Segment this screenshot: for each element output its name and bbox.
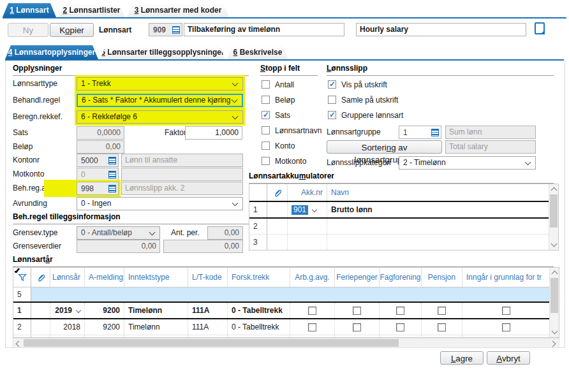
- lonnsart-code-field[interactable]: 909: [149, 23, 182, 36]
- tab-beskrivelse[interactable]: 6 Beskrivelse: [227, 45, 288, 59]
- chevron-down-icon: [232, 200, 239, 206]
- feriepenger-checkbox[interactable]: [353, 323, 361, 331]
- konto-checkbox[interactable]: [262, 142, 270, 150]
- beregn-rekkef-value: 6 - Rekkefølge 6: [81, 112, 137, 121]
- pensjon-checkbox[interactable]: [438, 307, 446, 315]
- tab-lonnsartopplysninger[interactable]: 4 Lønnsartopplysninger: [5, 45, 98, 59]
- tab-lonnsartlister[interactable]: 2 Lønnsartlister: [58, 3, 125, 17]
- list-lookup-icon[interactable]: [108, 185, 116, 192]
- vis-pa-utskrift-checkbox[interactable]: [328, 80, 336, 89]
- column-header: Fagforening: [380, 268, 422, 287]
- feriepenger-checkbox[interactable]: [353, 307, 361, 315]
- akkumulator-row[interactable]: 1 901 Brutto lønn: [249, 201, 558, 219]
- grensev-type-label: Grensev.type: [13, 228, 57, 237]
- beregn-rekkef-select[interactable]: 6 - Rekkefølge 6: [77, 110, 243, 124]
- tab-tilleggsopplysninger[interactable]: 5 Lønnsarter tilleggsopplysninger: [100, 45, 225, 59]
- scrollbar-thumb[interactable]: [24, 339, 399, 347]
- motkonto-field[interactable]: 0: [77, 168, 119, 181]
- scroll-up-icon[interactable]: [551, 187, 558, 194]
- kontonr-field[interactable]: 5000: [77, 154, 119, 167]
- faktor-field[interactable]: 1,0000: [185, 126, 242, 140]
- chevron-down-icon: [76, 308, 81, 313]
- antall-checkbox[interactable]: [262, 80, 270, 89]
- akkumulator-row[interactable]: 3: [249, 235, 558, 250]
- list-lookup-icon[interactable]: [108, 157, 116, 164]
- pensjon-checkbox[interactable]: [438, 323, 446, 331]
- lonnsartaar-vertical-scrollbar[interactable]: [549, 268, 559, 337]
- grenseverdi-2-field[interactable]: 0,00: [163, 240, 243, 253]
- ant-per-label: Ant. per.: [171, 228, 200, 237]
- new-button[interactable]: Ny: [8, 23, 48, 37]
- akkumulatorer-vertical-scrollbar[interactable]: [549, 184, 558, 250]
- akknr-column-header: Akk.nr: [288, 184, 327, 201]
- lonnsartgruppe-field[interactable]: 1: [399, 126, 441, 139]
- lonnsartgruppe-label: Lønnsartgruppe: [327, 127, 381, 136]
- belop-checkbox[interactable]: [262, 96, 270, 104]
- copy-button[interactable]: Kopier: [50, 23, 94, 37]
- scroll-down-icon[interactable]: [551, 241, 558, 247]
- sub-tabbar: 4 Lønnsartopplysninger 5 Lønnsarter till…: [5, 45, 564, 61]
- selected-empty-row[interactable]: [31, 287, 549, 301]
- list-lookup-icon[interactable]: [172, 26, 180, 34]
- column-header: L/T-kode: [188, 268, 228, 287]
- belop-field[interactable]: 0,00: [77, 140, 124, 154]
- column-header: Pensjon: [422, 268, 462, 287]
- grenseverdier-label: Grenseverdier: [13, 242, 61, 250]
- lonnsartaar-row[interactable]: 1 2019 9200 Timelønn 111A 0 - Tabelltrek…: [13, 301, 559, 319]
- lonnsarttype-label: Lønnsarttype: [13, 79, 57, 88]
- lonnsart-name-english-field[interactable]: Hourly salary: [356, 23, 526, 36]
- scroll-down-icon[interactable]: [552, 328, 558, 335]
- list-lookup-icon[interactable]: [108, 171, 116, 178]
- akknr-selected-value[interactable]: 901: [292, 205, 308, 215]
- lonnsartaar-row[interactable]: 2 2018 9200 Timelønn 111A 0 - Tabelltrek…: [13, 319, 559, 335]
- tab-lonnsart[interactable]: 1 Lønnsart: [3, 3, 56, 17]
- lonnsartnavn-checkbox[interactable]: [262, 126, 270, 134]
- chevron-down-icon: [232, 80, 239, 86]
- fagforening-checkbox[interactable]: [396, 307, 404, 315]
- lonnsartaar-new-row[interactable]: 5: [13, 287, 559, 301]
- scrollbar-thumb[interactable]: [550, 194, 558, 228]
- sortering-button[interactable]: Sortering av lønnsartgrupper: [327, 140, 442, 154]
- beh-reg-akkum-field[interactable]: 998: [77, 182, 119, 195]
- motkonto-checkbox[interactable]: [262, 157, 270, 165]
- scroll-right-icon[interactable]: [550, 341, 556, 347]
- sats-check-label: Sats: [275, 111, 290, 120]
- gruppere-lonnsart-checkbox[interactable]: [328, 111, 336, 119]
- inngaar-checkbox[interactable]: [502, 307, 510, 315]
- list-lookup-icon[interactable]: [431, 129, 439, 136]
- behandl-regel-label: Behandl.regel: [13, 96, 60, 105]
- akkumulatorer-header-row: Akk.nr Navn: [249, 184, 558, 201]
- samle-pa-utskrift-checkbox[interactable]: [328, 96, 336, 104]
- lonnsarttype-select[interactable]: 1 - Trekk: [77, 77, 243, 91]
- arbgavg-checkbox[interactable]: [308, 323, 316, 331]
- beregn-rekkef-label: Beregn.rekkef.: [13, 112, 63, 121]
- scroll-up-icon[interactable]: [552, 271, 558, 277]
- scroll-left-icon[interactable]: [16, 341, 22, 347]
- inngaar-checkbox[interactable]: [502, 323, 510, 331]
- fagforening-checkbox[interactable]: [396, 323, 404, 331]
- scrollbar-thumb[interactable]: [551, 278, 558, 313]
- akkumulator-row[interactable]: 2: [249, 219, 558, 235]
- note-icon[interactable]: [535, 22, 545, 34]
- grenseverdi-1-field[interactable]: 0,00: [77, 240, 160, 253]
- tab-lonnsarter-med-koder[interactable]: 3 Lønnsarter med koder: [127, 3, 229, 17]
- behandl-regel-select[interactable]: 6 - Sats * Faktor * Akkumulert denne kjø…: [77, 94, 243, 107]
- lonnsartaar-table: Lønnsår A-meldings Inntektstype L/T-kode…: [13, 267, 559, 338]
- akkumulatorer-title: Lønnsartakkumulatorer: [249, 171, 554, 184]
- cancel-button[interactable]: Avbryt: [487, 351, 530, 365]
- samle-pa-utskrift-label: Samle på utskrift: [341, 96, 398, 105]
- arbgavg-checkbox[interactable]: [308, 307, 316, 315]
- avrunding-label: Avrunding: [13, 199, 47, 208]
- save-button[interactable]: Lagre: [440, 351, 484, 365]
- avrunding-select[interactable]: 0 - Ingen: [77, 197, 243, 210]
- vis-pa-utskrift-label: Vis på utskrift: [341, 80, 387, 89]
- ant-per-field[interactable]: 0,00: [207, 226, 243, 240]
- grensev-type-select[interactable]: 0 - Antall/beløp: [77, 226, 160, 240]
- motkonto-check-label: Motkonto: [275, 157, 306, 166]
- chevron-down-icon: [149, 229, 156, 235]
- lonnsart-name-field[interactable]: Tilbakeføring av timelønn: [184, 23, 344, 36]
- sats-checkbox[interactable]: [262, 111, 270, 119]
- lonnsslippkategori-select[interactable]: 2 - Timelønn: [399, 156, 536, 170]
- lonnsartaar-horizontal-scrollbar[interactable]: [13, 338, 559, 348]
- sats-field[interactable]: 0,0000: [77, 126, 124, 140]
